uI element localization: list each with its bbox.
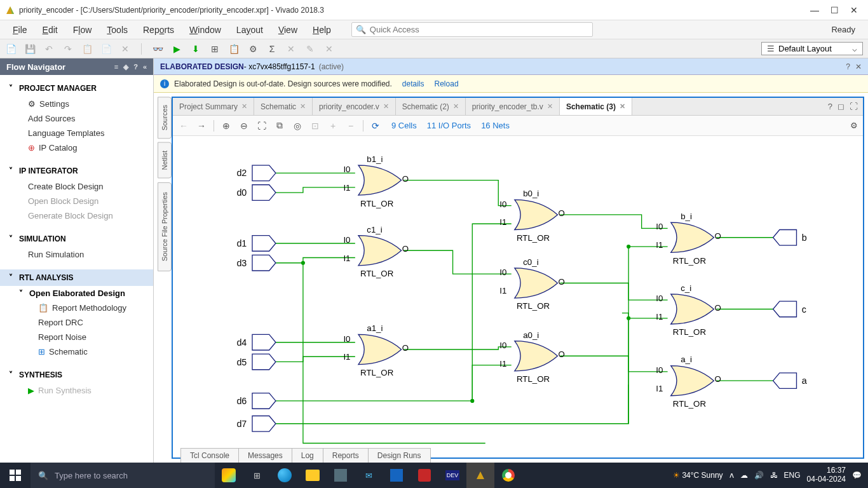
language-indicator[interactable]: ENG: [784, 471, 801, 480]
info-ports[interactable]: 11 I/O Ports: [427, 121, 471, 130]
minimize-icon[interactable]: —: [810, 5, 819, 15]
close-tab-icon[interactable]: ✕: [383, 102, 389, 111]
explorer-icon[interactable]: [299, 463, 327, 488]
edit-icon[interactable]: ✎: [304, 43, 316, 55]
tab-reports[interactable]: Reports: [323, 448, 369, 463]
menu-view[interactable]: View: [271, 22, 305, 37]
paste-icon[interactable]: 📄: [100, 43, 112, 55]
tab-log[interactable]: Log: [292, 448, 323, 463]
binoculars-icon[interactable]: 👓: [152, 43, 163, 55]
vivado-taskbar-icon[interactable]: [466, 463, 494, 488]
info-cells[interactable]: 9 Cells: [391, 121, 417, 130]
cortana-icon[interactable]: [215, 463, 243, 488]
port-b[interactable]: b: [773, 229, 807, 245]
item-report-noise[interactable]: Report Noise: [0, 330, 153, 344]
remove-icon[interactable]: −: [345, 120, 356, 132]
taskbar-search[interactable]: 🔍 Type here to search: [31, 463, 215, 488]
volume-icon[interactable]: 🔊: [754, 471, 764, 480]
run-icon[interactable]: ▶: [171, 43, 182, 55]
maximize-editor-icon[interactable]: ⛶: [850, 102, 858, 111]
item-settings[interactable]: ⚙Settings: [0, 97, 153, 111]
vtab-netlist[interactable]: Netlist: [158, 142, 172, 179]
gate-a[interactable]: I0 I1 O a_i RTL_OR: [656, 355, 721, 409]
cancel-icon[interactable]: ✕: [285, 43, 297, 55]
nav-back-icon[interactable]: ←: [178, 120, 189, 132]
zoom-fit-icon[interactable]: ⛶: [256, 120, 268, 132]
section-synthesis[interactable]: SYNTHESIS: [0, 367, 153, 383]
gate-c[interactable]: I0 I1 O c_i RTL_OR: [656, 283, 721, 337]
menu-window[interactable]: Window: [182, 22, 229, 37]
item-schematic[interactable]: ⊞Schematic: [0, 344, 153, 359]
menu-reports[interactable]: Reports: [135, 22, 182, 37]
item-run-synthesis[interactable]: ▶Run Synthesis: [0, 383, 153, 398]
layout-dropdown[interactable]: ☰ Default Layout ⌵: [761, 42, 863, 55]
weather-widget[interactable]: ☀ 34°C Sunny: [673, 471, 723, 480]
section-project-manager[interactable]: PROJECT MANAGER: [0, 80, 153, 97]
section-rtl-analysis[interactable]: RTL ANALYSIS: [0, 269, 153, 286]
port-d6[interactable]: d6: [236, 393, 275, 409]
menu-tools[interactable]: Tools: [99, 22, 135, 37]
save-icon[interactable]: 💾: [24, 43, 36, 55]
gate-a0[interactable]: I0 I1 O a0_i RTL_OR: [499, 330, 565, 384]
item-report-drc[interactable]: Report DRC: [0, 315, 153, 330]
devcpp-icon[interactable]: DEV: [438, 463, 466, 488]
menu-layout[interactable]: Layout: [229, 22, 271, 37]
gate-b0[interactable]: I0 I1 O b0_i RTL_OR: [499, 189, 565, 243]
banner-details-link[interactable]: details: [402, 79, 424, 88]
delete-icon[interactable]: ✕: [119, 43, 131, 55]
close-tab-icon[interactable]: ✕: [300, 102, 306, 111]
menu-edit[interactable]: Edit: [35, 22, 65, 37]
app3-icon[interactable]: [410, 463, 438, 488]
minimize-panel-icon[interactable]: «: [143, 63, 147, 71]
item-open-elaborated[interactable]: Open Elaborated Design: [0, 286, 153, 301]
port-a[interactable]: a: [773, 373, 807, 389]
gate-c1[interactable]: I0 I1 O c1_i RTL_OR: [343, 225, 409, 279]
close-icon[interactable]: ✕: [850, 5, 858, 15]
auto-fit-icon[interactable]: ◎: [292, 120, 303, 132]
clock[interactable]: 16:37 04-04-2024: [807, 466, 846, 484]
tab-encoder-tb-v[interactable]: priority_encoder_tb.v✕: [466, 98, 560, 115]
gate-b[interactable]: I0 I1 O b_i RTL_OR: [656, 212, 721, 266]
undo-icon[interactable]: ↶: [43, 43, 55, 55]
maximize-icon[interactable]: ☐: [831, 5, 839, 15]
close-tab-icon[interactable]: ✕: [453, 102, 459, 111]
port-d3[interactable]: d3: [236, 255, 275, 271]
item-language-templates[interactable]: Language Templates: [0, 126, 153, 140]
port-d7[interactable]: d7: [236, 416, 275, 431]
tab-tcl-console[interactable]: Tcl Console: [180, 448, 239, 463]
help-icon[interactable]: ?: [846, 62, 850, 71]
gate-a1[interactable]: I0 I1 O a1_i RTL_OR: [343, 323, 409, 377]
item-run-simulation[interactable]: Run Simulation: [0, 247, 153, 262]
start-button[interactable]: [0, 463, 31, 488]
chrome-icon[interactable]: [494, 463, 522, 488]
item-create-block[interactable]: Create Block Design: [0, 179, 153, 194]
close-tab-icon[interactable]: ✕: [620, 102, 625, 111]
tab-schematic-2[interactable]: Schematic (2)✕: [396, 98, 466, 115]
tray-chevron-icon[interactable]: ʌ: [729, 471, 734, 480]
tab-design-runs[interactable]: Design Runs: [368, 448, 431, 463]
synth-icon[interactable]: ⬇: [190, 43, 201, 55]
mail-icon[interactable]: ✉: [355, 463, 383, 488]
tab-schematic-1[interactable]: Schematic✕: [254, 98, 313, 115]
item-report-methodology[interactable]: 📋Report Methodology: [0, 301, 153, 315]
nav-forward-icon[interactable]: →: [196, 120, 207, 132]
close-tab-icon[interactable]: ✕: [547, 102, 553, 111]
menu-flow[interactable]: Flow: [65, 22, 100, 37]
gate-c0[interactable]: I0 I1 O c0_i RTL_OR: [499, 257, 565, 311]
item-add-sources[interactable]: Add Sources: [0, 111, 153, 126]
info-nets[interactable]: 16 Nets: [481, 121, 510, 130]
vtab-sources[interactable]: Sources: [158, 97, 172, 139]
collapse-icon[interactable]: ≡: [114, 63, 118, 71]
network-icon[interactable]: 🖧: [770, 471, 778, 480]
impl-icon[interactable]: ⊞: [209, 43, 220, 55]
new-icon[interactable]: 📄: [5, 43, 17, 55]
zoom-out-icon[interactable]: ⊖: [238, 120, 250, 132]
section-simulation[interactable]: SIMULATION: [0, 231, 153, 247]
menu-help[interactable]: Help: [305, 22, 339, 37]
port-d2[interactable]: d2: [236, 165, 275, 181]
expand-icon[interactable]: ⊡: [309, 120, 321, 132]
store-icon[interactable]: [327, 463, 355, 488]
help-icon[interactable]: ?: [133, 63, 138, 71]
gate-b1[interactable]: I0 I1 O b1_i RTL_OR: [343, 154, 409, 208]
close-design-icon[interactable]: ✕: [855, 62, 862, 71]
